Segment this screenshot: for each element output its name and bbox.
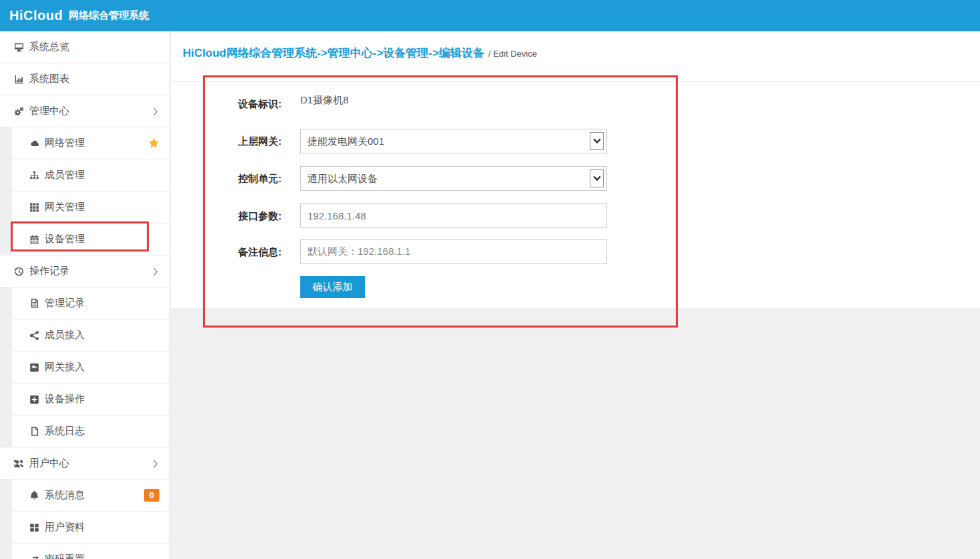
sidebar-item-label: 用户资料 <box>45 521 85 534</box>
device-id-label: 设备标识: <box>200 98 282 111</box>
sidebar-item-label: 成员接入 <box>45 329 85 342</box>
retweet-icon <box>29 554 40 559</box>
sidebar-item-label: 网络管理 <box>45 137 85 149</box>
sidebar-item-label: 系统日志 <box>45 425 85 438</box>
sidebar-item-system-overview[interactable]: 系统总览 <box>0 31 169 63</box>
sidebar-item-gateway-access[interactable]: 网关接入 <box>12 352 169 384</box>
sidebar-item-label: 密码重置 <box>45 553 85 559</box>
control-unit-wrap: 通用以太网设备 <box>300 166 607 191</box>
breadcrumb: HiCloud网络综合管理系统->管理中心->设备管理->编辑设备 / Edit… <box>183 45 537 61</box>
sidebar-item-label: 网关管理 <box>45 201 85 213</box>
sitemap-icon <box>29 170 40 180</box>
sidebar-item-device-operations[interactable]: 设备操作 <box>12 384 169 416</box>
sidebar-item-label: 用户中心 <box>29 457 69 470</box>
breadcrumb-divider <box>171 81 980 82</box>
interface-params-label: 接口参数: <box>200 210 282 223</box>
sidebar-item-gateway-management[interactable]: 网关管理 <box>12 191 169 223</box>
remark-input[interactable] <box>300 239 607 264</box>
sidebar-item-label: 系统总览 <box>29 41 69 53</box>
grid-icon <box>29 202 40 212</box>
share-square-icon <box>29 362 40 372</box>
bell-icon <box>29 490 40 500</box>
star-icon[interactable] <box>148 137 159 151</box>
sidebar-item-label: 设备管理 <box>45 233 85 245</box>
device-id-value-wrap: D1摄像机8 <box>300 94 607 107</box>
bar-chart-icon <box>13 74 25 84</box>
sidebar-item-label: 设备操作 <box>45 393 85 406</box>
sidebar-item-management-center[interactable]: 管理中心 <box>0 95 169 127</box>
th-large-icon <box>29 522 40 532</box>
sidebar-item-network-management[interactable]: 网络管理 <box>12 127 169 159</box>
sidebar-item-label: 管理记录 <box>45 297 85 310</box>
interface-params-input[interactable] <box>300 203 607 228</box>
interface-params-wrap <box>300 203 607 228</box>
file-text-icon <box>29 298 40 308</box>
breadcrumb-subtitle: / Edit Device <box>488 49 537 59</box>
app-title: 网络综合管理系统 <box>69 9 149 22</box>
confirm-add-button[interactable]: 确认添加 <box>300 276 365 298</box>
calendar-icon <box>29 234 40 244</box>
history-icon <box>13 266 25 276</box>
sidebar-item-system-messages[interactable]: 系统消息0 <box>12 480 169 512</box>
desktop-icon <box>13 42 25 52</box>
file-icon <box>29 426 40 436</box>
chevron-down-icon[interactable] <box>590 132 604 150</box>
control-unit-select[interactable]: 通用以太网设备 <box>300 166 607 191</box>
sidebar-item-operation-records[interactable]: 操作记录 <box>0 255 169 288</box>
parent-gateway-select[interactable]: 捷能发电网关001 <box>300 129 607 153</box>
chevron-right-icon <box>153 267 158 278</box>
remark-label: 备注信息: <box>200 246 282 259</box>
plus-square-icon <box>29 394 40 404</box>
sidebar-item-member-access[interactable]: 成员接入 <box>12 320 169 352</box>
sidebar-item-label: 管理中心 <box>29 105 69 117</box>
sidebar-item-label: 网关接入 <box>45 361 85 374</box>
breadcrumb-path[interactable]: HiCloud网络综合管理系统->管理中心->设备管理->编辑设备 <box>183 45 484 61</box>
sidebar-item-management-records[interactable]: 管理记录 <box>12 288 169 320</box>
parent-gateway-label: 上层网关: <box>200 135 282 148</box>
share-nodes-icon <box>29 330 40 340</box>
users-icon <box>13 458 25 468</box>
sidebar: 系统总览系统图表管理中心网络管理成员管理网关管理设备管理操作记录管理记录成员接入… <box>0 31 170 559</box>
device-id-value: D1摄像机8 <box>300 94 349 105</box>
gears-icon <box>13 106 25 116</box>
app-header: HiCloud 网络综合管理系统 <box>0 0 980 31</box>
parent-gateway-wrap: 捷能发电网关001 <box>300 129 607 153</box>
sidebar-item-password-reset[interactable]: 密码重置 <box>12 544 169 559</box>
sidebar-item-system-logs[interactable]: 系统日志 <box>12 416 169 448</box>
sidebar-item-label: 成员管理 <box>45 169 85 181</box>
notification-count-badge: 0 <box>144 489 159 502</box>
sidebar-item-member-management[interactable]: 成员管理 <box>12 159 169 191</box>
chevron-down-icon[interactable] <box>590 169 604 187</box>
sidebar-item-system-charts[interactable]: 系统图表 <box>0 63 169 95</box>
sidebar-item-device-management[interactable]: 设备管理 <box>12 223 169 255</box>
control-unit-selected-value: 通用以太网设备 <box>308 173 378 184</box>
sidebar-item-user-profile[interactable]: 用户资料 <box>12 512 169 544</box>
chevron-right-icon <box>153 459 158 470</box>
sidebar-item-label: 系统图表 <box>29 73 69 85</box>
app-logo: HiCloud <box>9 8 63 23</box>
chevron-right-icon <box>153 107 158 118</box>
sidebar-item-user-center[interactable]: 用户中心 <box>0 448 169 480</box>
parent-gateway-selected-value: 捷能发电网关001 <box>308 135 384 147</box>
sidebar-item-label: 操作记录 <box>29 265 69 277</box>
sidebar-item-label: 系统消息 <box>45 489 85 502</box>
control-unit-label: 控制单元: <box>200 173 282 185</box>
remark-wrap <box>300 239 607 264</box>
cloud-icon <box>29 138 40 148</box>
